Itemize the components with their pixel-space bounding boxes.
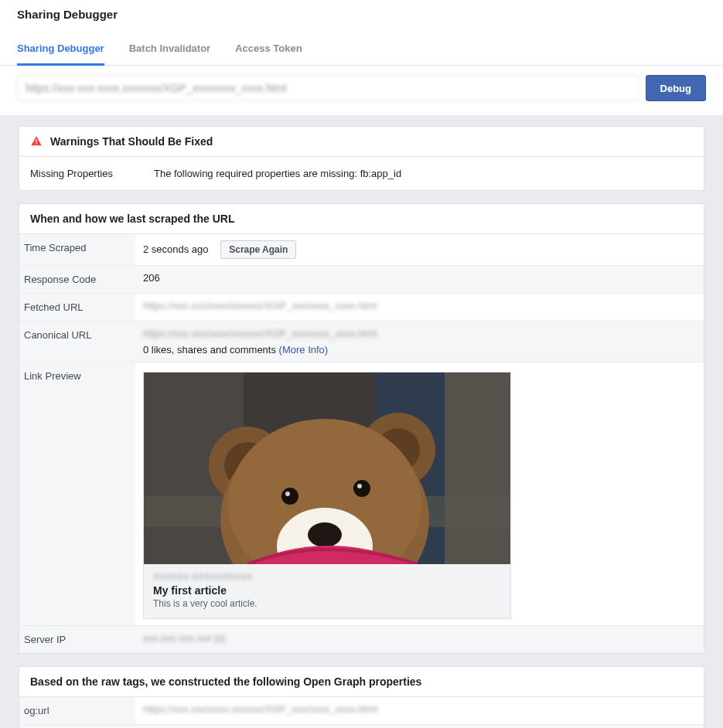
warnings-panel: Warnings That Should Be Fixed Missing Pr…	[19, 126, 704, 191]
svg-point-18	[357, 484, 362, 488]
value-response-code: 206	[135, 266, 704, 294]
svg-point-17	[353, 480, 370, 497]
debug-button[interactable]: Debug	[646, 75, 706, 101]
row-og-type: og:type article	[19, 725, 704, 729]
label-response-code: Response Code	[19, 266, 135, 294]
warnings-row: Missing Properties The following require…	[19, 157, 704, 190]
svg-rect-1	[36, 143, 36, 144]
warning-icon	[30, 135, 43, 148]
preview-title: My first article	[153, 584, 501, 597]
warnings-header-text: Warnings That Should Be Fixed	[50, 135, 213, 148]
row-canonical-url: Canonical URL https://xxx.xxx/xxxx/xxxxx…	[19, 321, 704, 362]
svg-point-16	[285, 492, 290, 496]
page-title: Sharing Debugger	[17, 8, 706, 21]
label-og-url: og:url	[19, 697, 135, 725]
warnings-row-label: Missing Properties	[30, 168, 154, 179]
svg-rect-5	[445, 373, 510, 564]
value-og-url: https://xxx.xxx/xxxx.xxxxxx/XGP_xxx/xxxx…	[143, 703, 377, 715]
row-server-ip: Server IP xxx.xxx.xxx.xxx [x]	[19, 626, 704, 654]
og-panel: Based on the raw tags, we constructed th…	[19, 666, 704, 728]
scrape-again-button[interactable]: Scrape Again	[220, 240, 296, 259]
og-table: og:url https://xxx.xxx/xxxx.xxxxxx/XGP_x…	[19, 697, 704, 728]
row-response-code: Response Code 206	[19, 266, 704, 294]
tabs: Sharing Debugger Batch Invalidator Acces…	[0, 35, 723, 66]
og-header-text: Based on the raw tags, we constructed th…	[30, 675, 421, 688]
label-fetched-url: Fetched URL	[19, 294, 135, 321]
link-preview-card[interactable]: XXXXXX.XXXXXXXXXX My first article This …	[143, 372, 511, 619]
scrape-header: When and how we last scraped the URL	[19, 204, 704, 234]
scrape-table: Time Scraped 2 seconds ago Scrape Again …	[19, 234, 704, 653]
tab-batch-invalidator[interactable]: Batch Invalidator	[129, 35, 210, 66]
value-canonical-url: https://xxx.xxx/xxxx/xxxxxx/XGP_xxx/xxxx…	[143, 328, 377, 339]
value-fetched-url: https://xxx.xxx/xxxx/xxxxxx/XGP_xxx/xxxx…	[143, 300, 377, 311]
scrape-header-text: When and how we last scraped the URL	[30, 213, 234, 225]
svg-point-15	[281, 488, 298, 505]
preview-description: This is a very cool article.	[153, 598, 501, 609]
row-link-preview: Link Preview	[19, 362, 704, 626]
preview-meta: XXXXXX.XXXXXXXXXX My first article This …	[144, 564, 510, 618]
url-input[interactable]	[17, 75, 639, 101]
label-og-type: og:type	[19, 725, 135, 729]
label-canonical-url: Canonical URL	[19, 321, 135, 362]
tab-sharing-debugger[interactable]: Sharing Debugger	[17, 35, 104, 66]
preview-image	[144, 373, 510, 564]
canonical-sub-text: 0 likes, shares and comments	[143, 344, 279, 355]
row-time-scraped: Time Scraped 2 seconds ago Scrape Again	[19, 234, 704, 266]
label-link-preview: Link Preview	[19, 362, 135, 626]
og-header: Based on the raw tags, we constructed th…	[19, 667, 704, 697]
value-og-type: article	[135, 725, 704, 729]
warnings-header: Warnings That Should Be Fixed	[19, 127, 704, 157]
preview-domain: XXXXXX.XXXXXXXXXX	[153, 572, 501, 581]
row-fetched-url: Fetched URL https://xxx.xxx/xxxx/xxxxxx/…	[19, 294, 704, 321]
label-time-scraped: Time Scraped	[19, 234, 135, 266]
label-server-ip: Server IP	[19, 626, 135, 654]
warnings-row-value: The following required properties are mi…	[154, 168, 693, 179]
row-og-url: og:url https://xxx.xxx/xxxx.xxxxxx/XGP_x…	[19, 697, 704, 725]
scrape-panel: When and how we last scraped the URL Tim…	[19, 203, 704, 654]
value-server-ip: xxx.xxx.xxx.xxx [x]	[143, 632, 225, 644]
more-info-link[interactable]: (More Info)	[279, 344, 329, 355]
tab-access-token[interactable]: Access Token	[235, 35, 302, 66]
value-time-scraped: 2 seconds ago	[143, 243, 209, 255]
url-debug-bar: Debug	[0, 66, 723, 115]
svg-rect-0	[36, 139, 36, 142]
content-area: Warnings That Should Be Fixed Missing Pr…	[0, 115, 723, 728]
